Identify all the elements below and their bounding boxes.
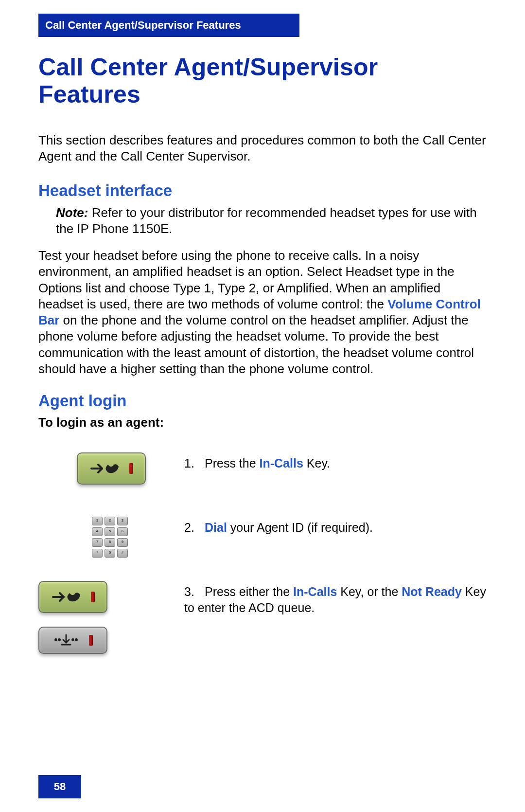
led-indicator-icon <box>91 592 95 602</box>
headset-note: Note: Refer to your distributor for reco… <box>38 205 487 237</box>
step-2-term: Dial <box>205 521 227 534</box>
led-indicator-icon <box>89 635 93 646</box>
step-2-icon-cell: 123 456 789 *0# <box>38 517 184 560</box>
page-number: 58 <box>54 780 66 793</box>
step-1-pre: Press the <box>205 456 260 470</box>
step-2-num: 2. <box>184 520 205 536</box>
dial-pad-icon: 123 456 789 *0# <box>92 517 131 558</box>
login-steps: 1.Press the In-Calls Key. 123 456 789 *0… <box>38 452 487 654</box>
step-3-text: 3.Press either the In-Calls Key, or the … <box>184 581 487 615</box>
running-header: Call Center Agent/Supervisor Features <box>38 14 299 37</box>
step-3-mid: Key, or the <box>337 585 402 598</box>
step-1-mid: Key. <box>303 456 330 470</box>
step-3-term2: Not Ready <box>402 585 462 598</box>
svg-point-1 <box>59 639 60 641</box>
led-indicator-icon <box>129 463 133 474</box>
intro-paragraph: This section describes features and proc… <box>38 132 487 165</box>
step-3-icon-cell <box>38 581 184 654</box>
note-text: Refer to your distributor for recommende… <box>56 205 477 236</box>
document-page: Call Center Agent/Supervisor Features Ca… <box>0 0 525 812</box>
note-label: Note: <box>56 205 88 220</box>
step-1-text: 1.Press the In-Calls Key. <box>184 452 487 471</box>
page-title: Call Center Agent/Supervisor Features <box>38 54 487 108</box>
headset-para-after: on the phone and the volume control on t… <box>38 313 474 376</box>
step-1-num: 1. <box>184 455 205 471</box>
page-number-box: 58 <box>38 775 81 798</box>
svg-point-2 <box>72 639 74 641</box>
not-ready-key-icon <box>38 627 107 654</box>
step-3-term1: In-Calls <box>293 585 337 598</box>
step-2-mid: your Agent ID (if required). <box>227 521 373 534</box>
in-calls-key-icon <box>38 581 107 613</box>
heading-headset-interface: Headset interface <box>38 181 487 200</box>
agent-login-sub: To login as an agent: <box>38 415 487 430</box>
running-header-text: Call Center Agent/Supervisor Features <box>45 19 241 32</box>
step-1-icon-cell <box>38 452 184 496</box>
svg-point-0 <box>55 639 57 641</box>
svg-point-3 <box>76 639 77 641</box>
step-3-pre: Press either the <box>205 585 293 598</box>
heading-agent-login: Agent login <box>38 392 487 410</box>
in-calls-key-icon <box>77 452 146 485</box>
step-2-text: 2.Dial your Agent ID (if required). <box>184 517 487 536</box>
headset-paragraph: Test your headset before using the phone… <box>38 248 487 377</box>
content-area: Call Center Agent/Supervisor Features Th… <box>38 37 487 654</box>
step-1-term: In-Calls <box>260 456 303 470</box>
step-3-num: 3. <box>184 584 205 600</box>
